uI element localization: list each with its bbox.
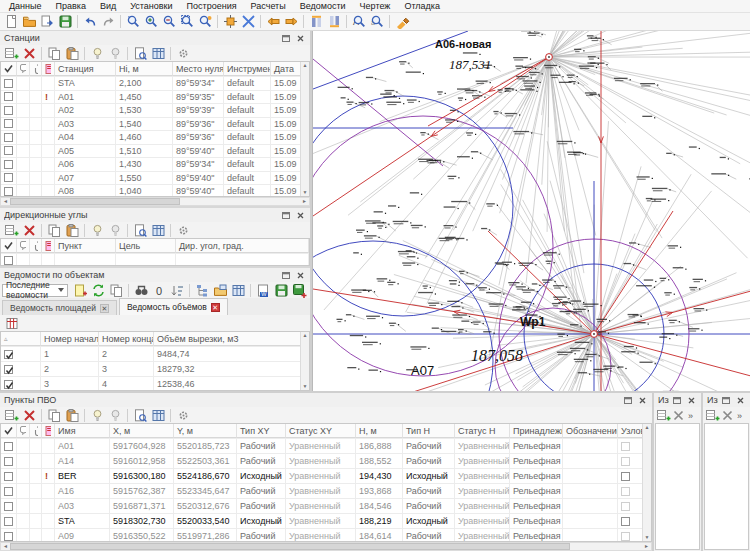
paperclip-icon[interactable] xyxy=(30,239,42,253)
column-header-статус-xy[interactable]: Статус XY xyxy=(286,424,356,438)
find-point-small-icon[interactable]: a xyxy=(368,14,386,30)
column-header-принадлежность[interactable]: Принадлежность xyxy=(510,424,563,438)
reports-filter-dropdown[interactable]: Последние ведомости xyxy=(2,284,68,297)
row-checkbox[interactable] xyxy=(1,185,17,197)
delete-gray-icon[interactable] xyxy=(720,407,735,423)
row-checkbox[interactable] xyxy=(1,77,17,90)
menu-item-установки[interactable]: Установки xyxy=(123,1,179,11)
station-row-A05[interactable]: A051,51089°59'40"default15.09 xyxy=(1,145,309,159)
scroll-thumb[interactable] xyxy=(10,543,570,550)
column-header-статус-h[interactable]: Статус H xyxy=(455,424,510,438)
scroll-left-icon[interactable]: ◄ xyxy=(1,543,10,550)
close-icon[interactable] xyxy=(636,395,648,406)
tab-active[interactable]: Ведомость объёмов✕ xyxy=(119,298,228,315)
volume-row[interactable]: 2318279,32 xyxy=(1,362,309,377)
zoom-region-icon[interactable] xyxy=(178,14,196,30)
new-document-icon[interactable] xyxy=(2,14,20,30)
sheet-new-icon[interactable] xyxy=(71,282,89,298)
column-header[interactable]: Номер начала xyxy=(41,332,99,346)
table-view-icon[interactable] xyxy=(229,282,247,298)
erase-build-icon[interactable] xyxy=(393,14,411,30)
lamp-off-icon[interactable] xyxy=(106,407,124,423)
open-folder-icon[interactable] xyxy=(20,14,38,30)
delete-red-icon[interactable] xyxy=(20,407,38,423)
settings-icon[interactable] xyxy=(174,45,192,61)
tab-inactive[interactable]: Ведомость площадей✕ xyxy=(2,300,117,315)
tab-close-icon[interactable]: ✕ xyxy=(211,303,220,312)
check-icon[interactable] xyxy=(1,62,17,76)
pvo-row-A14[interactable]: A145916012,9585522503,361РабочийУравненн… xyxy=(1,454,651,469)
more-icon[interactable]: » xyxy=(735,407,750,423)
pvo-row-STA[interactable]: STA5918302,7305520033,540ИсходныйУравнен… xyxy=(1,514,651,529)
delete-red-icon[interactable] xyxy=(20,45,38,61)
row-checkbox[interactable] xyxy=(1,131,17,144)
zero-icon[interactable]: 0 xyxy=(150,282,168,298)
lamp-on-icon[interactable] xyxy=(88,45,106,61)
close-icon[interactable] xyxy=(294,270,306,281)
station-row-A01[interactable]: !A011,45089°59'35"default15.09 xyxy=(1,91,309,105)
close-icon[interactable] xyxy=(685,395,697,406)
column-header-h-м[interactable]: H, м xyxy=(356,424,403,438)
preview-icon[interactable] xyxy=(131,45,149,61)
scroll-right-icon[interactable]: ► xyxy=(300,198,309,205)
add-row-icon[interactable] xyxy=(2,222,20,238)
paste-icon[interactable] xyxy=(63,407,81,423)
station-row-STA[interactable]: STA2,10089°59'34"default15.09 xyxy=(1,77,309,91)
row-checkbox[interactable] xyxy=(1,254,17,266)
add-row-icon[interactable] xyxy=(2,407,20,423)
settings-icon[interactable] xyxy=(174,222,192,238)
paste-icon[interactable] xyxy=(63,45,81,61)
float-icon[interactable] xyxy=(671,395,683,406)
save-as-icon[interactable] xyxy=(290,282,308,298)
import-document-icon[interactable] xyxy=(38,14,56,30)
row-checkbox[interactable] xyxy=(1,529,17,542)
pan-right-icon[interactable] xyxy=(282,14,300,30)
row-checkbox[interactable] xyxy=(1,158,17,171)
row-checkbox[interactable] xyxy=(1,484,17,498)
sort-icon[interactable] xyxy=(168,282,186,298)
preview-icon[interactable] xyxy=(131,222,149,238)
row-checkbox[interactable] xyxy=(1,145,17,158)
column-header-обозначение[interactable]: Обозначение xyxy=(563,424,618,438)
binoculars-icon[interactable] xyxy=(132,282,150,298)
delete-gray-icon[interactable] xyxy=(671,407,686,423)
pvo-row-A03[interactable]: A035916871,3715520312,676РабочийУравненн… xyxy=(1,499,651,514)
tab-close-icon[interactable]: ✕ xyxy=(100,304,109,313)
float-icon[interactable] xyxy=(622,395,634,406)
zoom-select-icon[interactable] xyxy=(124,14,142,30)
volume-row[interactable]: 3412538,46 xyxy=(1,377,309,391)
save-document-icon[interactable] xyxy=(272,282,290,298)
scroll-left-icon[interactable]: ◄ xyxy=(1,198,10,205)
stations-hscrollbar[interactable]: ◄ ► xyxy=(0,197,310,206)
float-icon[interactable] xyxy=(280,270,292,281)
volume-row[interactable]: 129484,74 xyxy=(1,347,309,362)
flag-icon[interactable] xyxy=(42,62,55,76)
copy-icon[interactable] xyxy=(45,407,63,423)
add-row-icon[interactable] xyxy=(2,45,20,61)
more-icon[interactable]: » xyxy=(686,407,701,423)
column-header-место-нуля-град[interactable]: Место нуля, град xyxy=(173,62,224,76)
tree-icon[interactable] xyxy=(193,282,211,298)
close-icon[interactable] xyxy=(294,210,306,221)
column-header-цель[interactable]: Цель xyxy=(116,239,176,253)
redo-icon[interactable] xyxy=(99,14,117,30)
fit-extents-icon[interactable] xyxy=(239,14,257,30)
layer-column-a-icon[interactable] xyxy=(307,14,325,30)
pvo-hscrollbar[interactable]: ◄ ► xyxy=(0,542,652,551)
row-checkbox[interactable] xyxy=(1,91,17,104)
row-checkbox[interactable] xyxy=(1,439,17,453)
pvo-vscrollbar[interactable]: ▲▼ xyxy=(642,424,651,541)
zoom-out-icon[interactable] xyxy=(160,14,178,30)
column-header-станция[interactable]: Станция xyxy=(55,62,116,76)
lamp-off-icon[interactable] xyxy=(106,222,124,238)
menu-item-вид[interactable]: Вид xyxy=(93,1,123,11)
column-header-y-м[interactable]: Y, м xyxy=(174,424,237,438)
preview-icon[interactable] xyxy=(131,407,149,423)
menu-item-чертеж[interactable]: Чертеж xyxy=(353,1,398,11)
row-checkbox[interactable] xyxy=(1,104,17,117)
station-row-A07[interactable]: A071,55089°59'40"default15.09 xyxy=(1,172,309,186)
lamp-on-icon[interactable] xyxy=(88,222,106,238)
menu-item-данные[interactable]: Данные xyxy=(2,1,49,11)
column-header-hi-м[interactable]: Hi, м xyxy=(116,62,173,76)
station-row-A03[interactable]: A031,54089°59'36"default15.09 xyxy=(1,118,309,132)
